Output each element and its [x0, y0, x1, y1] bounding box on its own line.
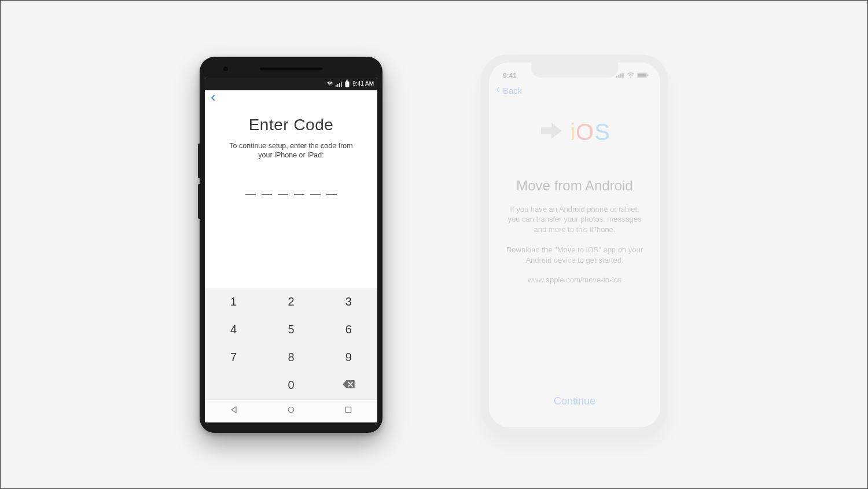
help-link[interactable]: www.apple.com/move-to-ios [528, 275, 622, 284]
svg-point-14 [630, 76, 631, 78]
key-6[interactable]: 6 [320, 316, 377, 344]
key-7[interactable]: 7 [205, 344, 262, 372]
back-chevron-icon[interactable] [495, 85, 502, 96]
svg-rect-3 [339, 83, 340, 87]
android-navbar [205, 399, 377, 422]
svg-rect-6 [347, 80, 348, 82]
key-empty [205, 372, 262, 399]
svg-rect-16 [638, 73, 646, 76]
ios-wordmark: iOS [570, 119, 610, 145]
page-paragraph-1: If you have an Android phone or tablet, … [505, 204, 644, 235]
android-screen: 9:41 AM Enter Code To continue setup, en… [205, 78, 377, 422]
statusbar-time: 9:41 [503, 72, 517, 80]
svg-rect-1 [336, 85, 337, 87]
svg-point-8 [288, 407, 293, 412]
volume-up-button [198, 144, 200, 178]
code-digit [310, 187, 321, 195]
svg-rect-17 [648, 74, 649, 76]
key-5[interactable]: 5 [262, 316, 319, 344]
statusbar-time: 9:41 AM [352, 80, 374, 87]
code-digit [326, 187, 337, 195]
svg-rect-12 [620, 73, 621, 78]
nav-recents-icon[interactable] [344, 405, 353, 417]
cellular-icon [335, 80, 342, 87]
code-digit [294, 187, 304, 195]
svg-rect-13 [623, 72, 624, 77]
key-2[interactable]: 2 [262, 288, 319, 316]
svg-rect-2 [337, 84, 339, 87]
svg-marker-7 [231, 407, 236, 413]
svg-rect-10 [616, 76, 617, 78]
nav-back-icon[interactable] [229, 405, 238, 417]
iphone-frame: 9:41 [481, 54, 668, 435]
volume-down-button [198, 184, 200, 219]
key-9[interactable]: 9 [320, 344, 377, 372]
code-digit [245, 187, 256, 195]
page-title: Enter Code [249, 116, 334, 134]
move-to-ios-logo: iOS [539, 119, 610, 145]
code-digit [262, 187, 272, 195]
key-3[interactable]: 3 [320, 288, 377, 316]
iphone-faded-container: 9:41 [481, 54, 668, 435]
cellular-icon [616, 72, 624, 80]
page-title: Move from Android [516, 178, 632, 194]
backspace-icon [342, 378, 355, 392]
key-1[interactable]: 1 [205, 288, 262, 316]
enter-code-content: Enter Code To continue setup, enter the … [205, 108, 377, 288]
battery-icon [637, 72, 649, 80]
page-paragraph-2: Download the "Move to iOS" app on your A… [505, 245, 644, 265]
android-phone-frame: 9:41 AM Enter Code To continue setup, en… [200, 57, 382, 433]
numeric-keypad: 1 2 3 4 5 6 7 8 9 0 [205, 288, 377, 399]
key-0[interactable]: 0 [262, 372, 319, 399]
iphone-notch [531, 62, 618, 78]
key-8[interactable]: 8 [262, 344, 319, 372]
svg-rect-5 [345, 82, 349, 87]
wifi-icon [627, 72, 635, 80]
ios-body: iOS Move from Android If you have an And… [489, 100, 660, 427]
android-topbar [205, 90, 377, 108]
page-subtitle: To continue setup, enter the code from y… [222, 141, 361, 161]
svg-point-0 [330, 86, 330, 86]
key-4[interactable]: 4 [205, 316, 262, 344]
svg-rect-4 [341, 82, 342, 87]
battery-icon [344, 80, 351, 87]
wifi-icon [326, 80, 333, 87]
back-button[interactable] [209, 94, 218, 104]
arrow-right-icon [539, 120, 564, 144]
code-input[interactable] [245, 187, 337, 195]
iphone-screen: 9:41 [489, 62, 660, 427]
svg-rect-11 [619, 75, 620, 78]
nav-home-icon[interactable] [286, 405, 296, 417]
continue-button[interactable]: Continue [554, 395, 595, 407]
ios-nav-bar: Back [489, 82, 660, 100]
android-statusbar: 9:41 AM [205, 78, 377, 90]
key-backspace[interactable] [320, 372, 377, 399]
back-button-label[interactable]: Back [503, 86, 522, 95]
code-digit [278, 187, 288, 195]
svg-rect-9 [346, 407, 351, 412]
